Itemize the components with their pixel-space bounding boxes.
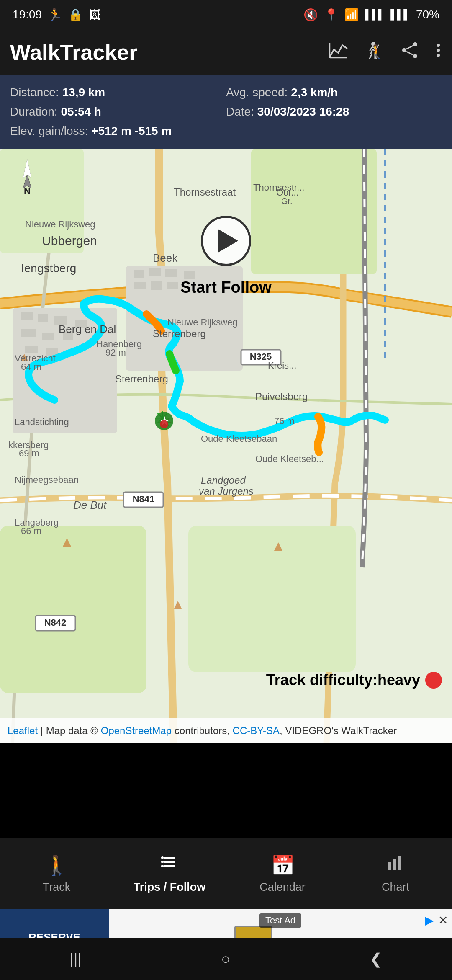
difficulty-marker: [425, 672, 442, 689]
time-display: 19:09: [13, 8, 42, 21]
svg-text:Ubbergen: Ubbergen: [42, 234, 97, 248]
svg-rect-31: [184, 271, 195, 279]
nav-trips-label: Trips / Follow: [134, 881, 206, 894]
svg-text:Landgoed: Landgoed: [201, 475, 246, 486]
svg-rect-33: [151, 281, 162, 290]
svg-point-89: [161, 861, 164, 863]
attribution-sep2: contributors,: [172, 725, 232, 736]
nav-calendar-label: Calendar: [259, 881, 306, 894]
nav-chart-label: Chart: [382, 881, 409, 894]
sys-home-button[interactable]: ○: [221, 950, 230, 968]
duration-value: 05:54 h: [61, 105, 101, 118]
svg-rect-93: [398, 856, 401, 870]
sys-recent-button[interactable]: |||: [70, 950, 82, 968]
svg-text:N: N: [24, 186, 31, 195]
nav-item-trips-follow[interactable]: Trips / Follow: [113, 838, 226, 909]
attribution: Leaflet | Map data © OpenStreetMap contr…: [0, 718, 452, 743]
svg-text:N841: N841: [133, 494, 155, 504]
svg-text:Sterrenberg: Sterrenberg: [153, 328, 206, 339]
svg-text:Berg en Dal: Berg en Dal: [59, 323, 116, 335]
attribution-sep3: , VIDEGRO's WalkTracker: [280, 725, 397, 736]
nav-item-calendar[interactable]: 📅 Calendar: [226, 838, 339, 909]
bottom-nav: 🚶 Track Trips / Follow 📅 Calendar: [0, 838, 452, 909]
walking-icon[interactable]: 🚶: [364, 41, 385, 64]
svg-rect-26: [25, 346, 38, 353]
list-icon: [160, 854, 179, 877]
ccbysa-link[interactable]: CC-BY-SA: [233, 725, 280, 736]
leaflet-link[interactable]: Leaflet: [8, 725, 38, 736]
attribution-sep1: | Map data ©: [38, 725, 101, 736]
svg-rect-24: [42, 333, 54, 340]
distance-value: 13,9 km: [62, 86, 105, 99]
svg-line-8: [406, 52, 413, 55]
svg-text:Nieuwe Rijksweg: Nieuwe Rijksweg: [25, 219, 95, 230]
map-area[interactable]: N841 N325 N842 ✳ ✳ ★ Ubbergen Iengstberg…: [0, 149, 452, 743]
wifi-icon: 📶: [344, 8, 359, 22]
svg-text:64 m: 64 m: [21, 361, 41, 372]
signal-icon1: ▌▌▌: [365, 9, 385, 20]
svg-text:Iengstberg: Iengstberg: [21, 262, 76, 275]
svg-point-88: [161, 856, 164, 859]
svg-rect-28: [134, 270, 144, 278]
svg-text:69 m: 69 m: [19, 448, 39, 459]
duration-label: Duration:: [10, 105, 58, 118]
svg-rect-14: [188, 526, 356, 672]
signal-icon2: ▌▌▌: [390, 9, 410, 20]
svg-text:Gr.: Gr.: [281, 196, 293, 206]
status-right: 🔇 📍 📶 ▌▌▌ ▌▌▌ 70%: [303, 8, 439, 22]
svg-text:🚶: 🚶: [367, 44, 385, 59]
stats-bar: Distance: 13,9 km Avg. speed: 2,3 km/h D…: [0, 75, 452, 149]
nav-item-chart[interactable]: Chart: [339, 838, 452, 909]
osm-link[interactable]: OpenStreetMap: [101, 725, 172, 736]
svg-rect-92: [393, 859, 396, 870]
svg-text:66 m: 66 m: [21, 526, 41, 536]
svg-text:N842: N842: [44, 617, 67, 628]
chart-line-icon[interactable]: [328, 41, 349, 64]
svg-rect-34: [167, 282, 178, 289]
svg-point-6: [413, 54, 417, 58]
play-button[interactable]: [201, 216, 251, 266]
audio-icon: 🔒: [68, 8, 83, 22]
top-bar-icons: 🚶: [328, 41, 442, 64]
ad-play-button[interactable]: ▶: [425, 913, 434, 927]
start-follow-label: Start Follow: [180, 279, 271, 297]
svg-text:76 m: 76 m: [274, 416, 295, 426]
top-bar: WalkTracker 🚶: [0, 29, 452, 75]
svg-text:Landstichting: Landstichting: [15, 417, 69, 427]
nav-item-track[interactable]: 🚶 Track: [0, 838, 113, 909]
share-icon[interactable]: [400, 41, 419, 64]
svg-point-90: [161, 865, 164, 867]
walk-icon: 🚶: [45, 854, 69, 877]
difficulty-text: Track difficulty:heavy: [266, 671, 420, 689]
difficulty-label: Track difficulty:heavy: [266, 671, 442, 689]
more-vert-icon[interactable]: [434, 41, 442, 64]
svg-point-4: [413, 42, 417, 46]
svg-text:Oude Kleetsebaan: Oude Kleetsebaan: [201, 433, 277, 444]
ad-close-button[interactable]: ✕: [438, 913, 448, 927]
svg-text:Thornsestraat: Thornsestraat: [174, 186, 236, 198]
svg-rect-23: [21, 329, 36, 337]
nav-track-label: Track: [43, 881, 71, 894]
image-icon: 🖼: [89, 8, 100, 22]
status-bar: 19:09 🏃 🔒 🖼 🔇 📍 📶 ▌▌▌ ▌▌▌ 70%: [0, 0, 452, 29]
sys-back-button[interactable]: ❮: [370, 950, 382, 968]
app-title: WalkTracker: [10, 40, 328, 65]
svg-text:Sterrenberg: Sterrenberg: [115, 373, 168, 384]
ad-controls: ▶ ✕: [425, 913, 448, 927]
chart-icon: [386, 854, 405, 877]
svg-text:Beek: Beek: [153, 252, 178, 264]
svg-rect-29: [149, 268, 161, 276]
status-left: 19:09 🏃 🔒 🖼: [13, 8, 100, 22]
svg-text:Oude Kleetseb...: Oude Kleetseb...: [255, 454, 324, 464]
svg-text:Nijmeegsebaan: Nijmeegsebaan: [15, 475, 79, 485]
svg-rect-13: [0, 526, 146, 693]
svg-rect-30: [165, 269, 177, 277]
distance-label: Distance:: [10, 86, 59, 99]
date-value: 30/03/2023 16:28: [257, 105, 349, 118]
activity-icon: 🏃: [48, 8, 62, 22]
calendar-icon: 📅: [271, 854, 295, 877]
elev-label: Elev. gain/loss:: [10, 124, 88, 137]
svg-rect-20: [38, 314, 48, 322]
svg-text:92 m: 92 m: [105, 347, 126, 358]
svg-point-9: [437, 44, 440, 47]
